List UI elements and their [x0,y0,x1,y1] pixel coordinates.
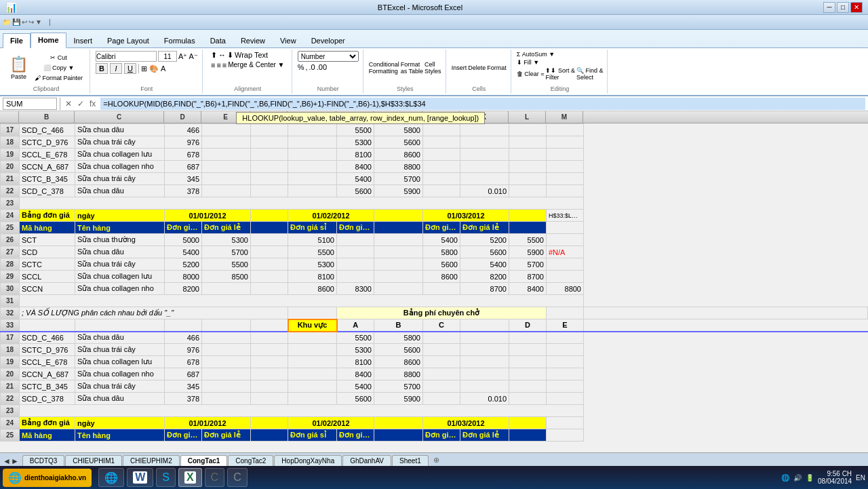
cell-L24[interactable] [509,210,547,222]
cell-G20[interactable] [288,161,337,173]
cell-I33[interactable]: B [374,319,423,332]
cell-K26[interactable]: 5200 [460,234,509,246]
cell-G17[interactable] [288,124,337,136]
cell-B35[interactable]: SCTC_D_976 [20,344,75,356]
cell-F28[interactable] [251,258,288,271]
cell-B20[interactable]: SCCN_A_687 [20,161,75,173]
cell-E36[interactable] [202,356,251,368]
cell-J30[interactable] [423,283,460,295]
cell-I19[interactable]: 8600 [374,149,423,161]
cell-L17[interactable] [509,124,547,136]
align-left[interactable]: ≡ [211,61,215,69]
cell-F17[interactable] [251,124,288,136]
bold-button[interactable]: B [96,63,108,74]
cell-G26[interactable]: 5100 [288,234,337,246]
cell-F22[interactable] [251,185,288,197]
tab-home[interactable]: Home [31,33,66,48]
cell-L21[interactable] [509,173,547,185]
cell-M19[interactable] [547,149,584,161]
cell-I22[interactable]: 5900 [374,185,423,197]
cell-B39[interactable]: SCD_C_378 [20,393,75,405]
cell-H35[interactable]: 5300 [337,344,374,356]
conditional-formatting-button[interactable]: ConditionalFormatting [369,61,399,75]
increase-decimal[interactable]: .0 [309,63,315,71]
border-button[interactable]: ⊞ [141,64,147,73]
copy-button[interactable]: ⬜ Copy ▼ [32,63,85,73]
cell-D36[interactable]: 678 [165,356,202,368]
fill-button[interactable]: ⬇ Fill ▼ [517,59,604,66]
cell-D26[interactable]: 5000 [165,234,202,246]
cell-K25[interactable]: Đơn giá lẻ [460,222,509,234]
cell-C21[interactable]: Sữa chua trái cây [75,173,165,185]
cell-H36[interactable]: 8100 [337,356,374,368]
cell-H26[interactable] [337,234,374,246]
cell-E19[interactable] [202,149,251,161]
cell-D38[interactable]: 345 [165,380,202,393]
cell-F18[interactable] [251,136,288,149]
cell-B19[interactable]: SCCL_E_678 [20,149,75,161]
underline-button[interactable]: U [124,63,136,74]
cell-D19[interactable]: 678 [165,149,202,161]
tab-insert[interactable]: Insert [66,33,100,47]
cell-F39[interactable] [251,393,288,405]
decrease-decimal[interactable]: .00 [317,63,327,71]
cell-G28[interactable]: 5300 [288,258,337,271]
cell-E21[interactable] [202,173,251,185]
tab-scroll-right[interactable]: ► [11,456,19,466]
minimize-button[interactable]: ─ [823,2,835,13]
number-format-select[interactable]: Number General Currency Percentage [298,51,359,62]
cell-J34[interactable] [423,332,460,344]
cell-F34[interactable] [251,332,288,344]
cell-C33[interactable] [75,319,165,332]
cell-M17[interactable] [547,124,584,136]
cell-C26[interactable]: Sữa chua thường [75,234,165,246]
cell-C18[interactable]: Sữa chua trái cây [75,136,165,149]
cell-J35[interactable] [423,344,460,356]
col-header-L[interactable]: L [509,111,546,123]
cell-K28[interactable]: 5400 [460,258,509,271]
cell-K19[interactable] [460,149,509,161]
col-header-C[interactable]: C [75,111,164,123]
cell-B26[interactable]: SCT [20,234,75,246]
cell-C24[interactable]: ngày [75,210,165,222]
cell-M21[interactable] [547,173,584,185]
tab-CongTac1[interactable]: CongTac1 [180,455,228,466]
cell-H39[interactable]: 5600 [337,393,374,405]
cell-H28[interactable] [337,258,374,271]
cell-M34[interactable] [547,332,584,344]
cell-G41[interactable]: 01/02/2012 [288,417,374,429]
cell-L35[interactable] [509,344,547,356]
cell-F26[interactable] [251,234,288,246]
cell-K37[interactable] [460,368,509,380]
cell-J29[interactable]: 8600 [423,271,460,283]
taskbar-excel[interactable]: X [178,468,202,487]
cell-B32[interactable]: ; VÀ SỐ LƯỢNG phân cách nhau bởi dấu "_" [20,307,288,319]
font-name-input[interactable] [96,51,157,62]
cell-H38[interactable]: 5400 [337,380,374,393]
percent-button[interactable]: % [298,63,304,71]
taskbar-chrome[interactable]: 🌐 [98,468,124,487]
cell-B34[interactable]: SCD_C_466 [20,332,75,344]
cell-M41[interactable] [547,417,584,429]
cell-D41[interactable]: 01/01/2012 [165,417,251,429]
cell-I30[interactable] [374,283,423,295]
italic-button[interactable]: I [110,63,122,74]
cell-J36[interactable] [423,356,460,368]
format-painter-button[interactable]: 🖌 Format Painter [32,73,85,83]
cell-H19[interactable]: 8100 [337,149,374,161]
cell-B30[interactable]: SCCN [20,283,75,295]
cell-I38[interactable]: 5700 [374,380,423,393]
cell-G25[interactable]: Đơn giá sỉ [288,222,337,234]
cell-K27[interactable]: 5600 [460,246,509,258]
taskbar-word[interactable]: W [127,468,153,487]
cell-L38[interactable] [509,380,547,393]
cancel-formula-button[interactable]: ✕ [63,99,74,109]
cell-E29[interactable]: 8500 [202,271,251,283]
cell-M33[interactable]: E [547,319,584,332]
cell-D18[interactable]: 976 [165,136,202,149]
cell-L22[interactable] [509,185,547,197]
cell-J26[interactable]: 5400 [423,234,460,246]
cell-G29[interactable]: 8100 [288,271,337,283]
taskbar-skype[interactable]: S [156,468,176,487]
cell-I37[interactable]: 8800 [374,368,423,380]
